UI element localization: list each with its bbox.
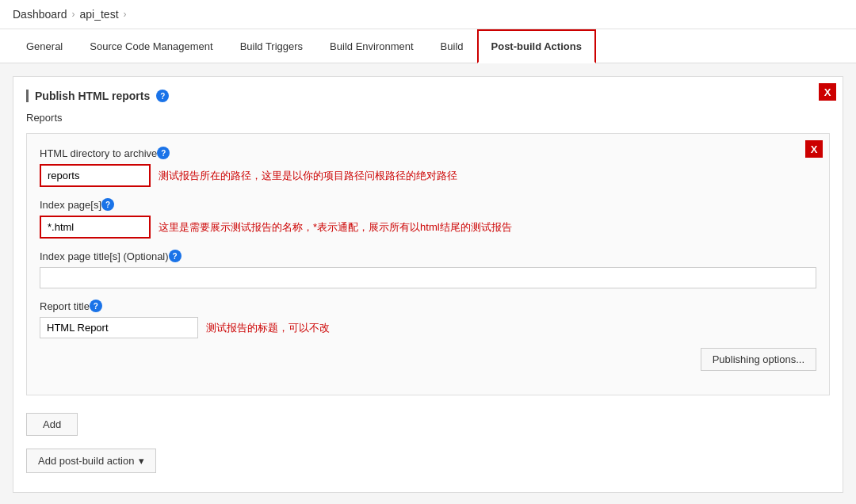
html-dir-group: HTML directory to archive ? 测试报告所在的路径，这里… — [40, 147, 816, 187]
tab-build-env[interactable]: Build Environment — [316, 30, 427, 63]
report-box: X HTML directory to archive ? 测试报告所在的路径，… — [26, 133, 830, 395]
breadcrumb-dashboard[interactable]: Dashboard — [13, 8, 67, 21]
report-title-group: Report title ? 测试报告的标题，可以不改 Publishing o… — [40, 300, 816, 371]
breadcrumb-sep-1: › — [72, 9, 75, 20]
reports-section-label: Reports — [26, 112, 830, 124]
index-pages-group: Index page[s] ? 这里是需要展示测试报告的名称，*表示通配，展示所… — [40, 198, 816, 239]
index-title-input[interactable] — [40, 267, 816, 288]
tabs-bar: General Source Code Management Build Tri… — [0, 29, 856, 63]
html-dir-row: 测试报告所在的路径，这里是以你的项目路径问根路径的绝对路径 — [40, 164, 816, 187]
breadcrumb: Dashboard › api_test › — [0, 0, 856, 29]
main-content: X Publish HTML reports ? Reports X HTML … — [0, 63, 856, 504]
breadcrumb-sep-2: › — [124, 9, 127, 20]
add-report-button[interactable]: Add — [26, 413, 78, 436]
panel-help-button[interactable]: ? — [156, 90, 169, 102]
index-pages-label: Index page[s] ? — [40, 198, 816, 211]
breadcrumb-api-test[interactable]: api_test — [80, 8, 119, 21]
chevron-down-icon: ▾ — [139, 455, 144, 467]
index-pages-help-button[interactable]: ? — [101, 198, 114, 211]
index-pages-hint: 这里是需要展示测试报告的名称，*表示通配，展示所有以html结尾的测试报告 — [159, 220, 512, 235]
report-title-hint: 测试报告的标题，可以不改 — [206, 321, 330, 335]
index-title-label: Index page title[s] (Optional) ? — [40, 250, 816, 262]
report-title-help-button[interactable]: ? — [90, 300, 102, 312]
panel-close-button[interactable]: X — [819, 83, 836, 101]
index-pages-input[interactable] — [40, 216, 151, 239]
panel-title: Publish HTML reports ? — [26, 90, 830, 102]
index-pages-row: 这里是需要展示测试报告的名称，*表示通配，展示所有以html结尾的测试报告 — [40, 216, 816, 239]
tab-build-triggers[interactable]: Build Triggers — [227, 30, 316, 63]
html-dir-hint: 测试报告所在的路径，这里是以你的项目路径问根路径的绝对路径 — [159, 169, 457, 183]
index-title-help-button[interactable]: ? — [169, 250, 182, 262]
html-dir-help-button[interactable]: ? — [157, 147, 170, 159]
publish-html-panel: X Publish HTML reports ? Reports X HTML … — [13, 76, 843, 493]
report-title-label: Report title ? — [40, 300, 816, 312]
add-postbuild-button[interactable]: Add post-build action ▾ — [26, 449, 156, 473]
tab-general[interactable]: General — [13, 30, 76, 63]
add-postbuild-label: Add post-build action — [38, 455, 134, 467]
html-dir-input[interactable] — [40, 164, 151, 187]
tab-source-code[interactable]: Source Code Management — [76, 30, 226, 63]
index-title-group: Index page title[s] (Optional) ? — [40, 250, 816, 288]
report-box-close-button[interactable]: X — [805, 140, 823, 158]
html-dir-label: HTML directory to archive ? — [40, 147, 816, 159]
tab-post-build[interactable]: Post-build Actions — [477, 29, 596, 63]
tab-build[interactable]: Build — [427, 30, 477, 63]
report-title-input[interactable] — [40, 317, 198, 338]
report-title-row: 测试报告的标题，可以不改 — [40, 317, 816, 338]
publishing-options-button[interactable]: Publishing options... — [701, 348, 816, 371]
